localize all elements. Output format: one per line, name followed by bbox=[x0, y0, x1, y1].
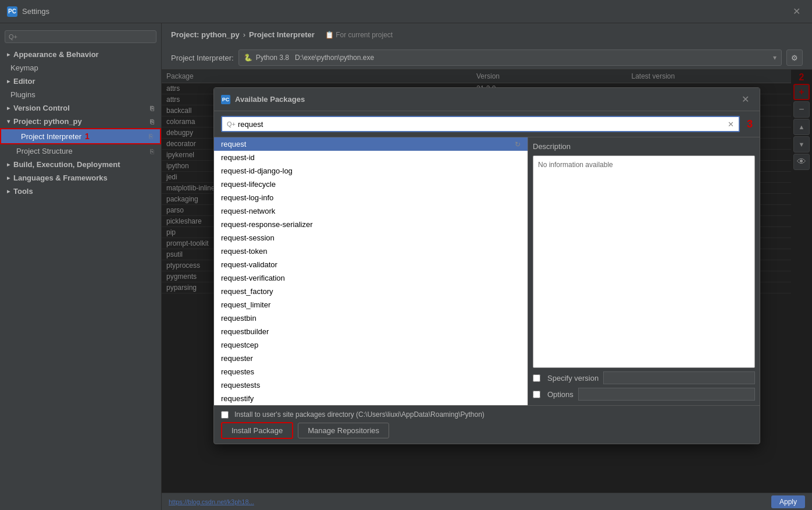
arrow-icon: ▸ bbox=[7, 161, 10, 168]
options-row: Options bbox=[533, 388, 755, 401]
pkg-name: request_factory bbox=[221, 287, 273, 296]
package-list: request↻request-idrequest-id-django-logr… bbox=[214, 137, 528, 405]
sidebar: Q+ ▸ Appearance & Behavior Keymap ▸ Edit… bbox=[0, 23, 162, 510]
description-box: No information available bbox=[533, 155, 755, 368]
package-list-item[interactable]: request-validator bbox=[214, 258, 528, 271]
sidebar-search-box[interactable]: Q+ bbox=[5, 30, 156, 43]
manage-repositories-button[interactable]: Manage Repositories bbox=[298, 423, 389, 438]
sidebar-item-project[interactable]: ▾ Project: python_py ⎘ bbox=[0, 115, 161, 128]
sidebar-item-label: Keymap bbox=[10, 63, 38, 72]
arrow-icon: ▸ bbox=[7, 51, 10, 58]
package-list-item[interactable]: requester bbox=[214, 352, 528, 365]
sidebar-item-label: Project: python_py bbox=[13, 117, 82, 126]
pkg-name: requestbuilder bbox=[221, 327, 269, 336]
install-path-checkbox[interactable] bbox=[221, 411, 229, 419]
interpreter-label: Project Interpreter: bbox=[171, 54, 234, 62]
note-icon: 📋 bbox=[325, 31, 334, 39]
breadcrumb: Project: python_py › Project Interpreter… bbox=[162, 23, 812, 46]
copy-icon: ⎘ bbox=[150, 105, 154, 112]
package-list-item[interactable]: request-response-serializer bbox=[214, 218, 528, 231]
package-list-item[interactable]: requestcep bbox=[214, 338, 528, 352]
pkg-name: request-token bbox=[221, 247, 268, 256]
package-list-item[interactable]: request_factory bbox=[214, 285, 528, 298]
pkg-name: requestes bbox=[221, 367, 254, 376]
annotation-3: 3 bbox=[747, 118, 753, 130]
package-list-item[interactable]: request-id-django-log bbox=[214, 164, 528, 178]
breadcrumb-page: Project Interpreter bbox=[249, 30, 315, 39]
python-icon: 🐍 bbox=[244, 54, 252, 62]
package-list-item[interactable]: request-lifecycle bbox=[214, 178, 528, 191]
specify-version-row: Specify version bbox=[533, 371, 755, 384]
options-checkbox[interactable] bbox=[533, 391, 540, 398]
specify-version-checkbox[interactable] bbox=[533, 374, 540, 382]
pkg-name: request-session bbox=[221, 233, 275, 242]
gear-button[interactable]: ⚙ bbox=[786, 49, 803, 66]
dropdown-arrow-icon: ▾ bbox=[773, 54, 777, 62]
package-list-item[interactable]: requestests bbox=[214, 378, 528, 392]
annotation-1: 1 bbox=[85, 132, 90, 141]
sidebar-item-tools[interactable]: ▸ Tools bbox=[0, 185, 161, 198]
package-list-item[interactable]: request-verification bbox=[214, 271, 528, 285]
clear-search-button[interactable]: ✕ bbox=[728, 120, 734, 129]
arrow-icon: ▸ bbox=[7, 188, 10, 194]
sidebar-item-plugins[interactable]: Plugins bbox=[0, 88, 161, 101]
install-package-button[interactable]: Install Package bbox=[221, 422, 293, 439]
sidebar-search-input[interactable] bbox=[20, 33, 152, 41]
package-list-item[interactable]: requestify bbox=[214, 392, 528, 405]
sidebar-item-build[interactable]: ▸ Build, Execution, Deployment bbox=[0, 158, 161, 171]
modal-search-row: Q+ ✕ 3 bbox=[214, 111, 760, 137]
package-list-item[interactable]: request-network bbox=[214, 204, 528, 218]
package-area: Package Version Latest version attrs21.2… bbox=[162, 70, 812, 493]
sidebar-item-keymap[interactable]: Keymap bbox=[0, 61, 161, 75]
package-list-item[interactable]: requestbuilder bbox=[214, 325, 528, 338]
modal-search-box[interactable]: Q+ ✕ bbox=[221, 116, 740, 132]
sidebar-item-languages[interactable]: ▸ Languages & Frameworks bbox=[0, 171, 161, 185]
modal-close-button[interactable]: ✕ bbox=[738, 93, 753, 106]
package-list-item[interactable]: request-session bbox=[214, 231, 528, 245]
package-list-item[interactable]: request-id bbox=[214, 151, 528, 164]
sidebar-item-label: Plugins bbox=[10, 90, 35, 99]
pkg-name: requester bbox=[221, 354, 253, 363]
arrow-icon: ▸ bbox=[7, 175, 10, 181]
options-label: Options bbox=[547, 390, 574, 399]
arrow-icon: ▾ bbox=[7, 118, 10, 125]
package-list-item[interactable]: request-log-info bbox=[214, 191, 528, 204]
breadcrumb-sep: › bbox=[243, 30, 245, 39]
pkg-name: requestbin bbox=[221, 314, 257, 323]
app-icon: PC bbox=[7, 6, 17, 17]
arrow-icon: ▸ bbox=[7, 78, 10, 84]
pkg-name: request bbox=[221, 140, 246, 148]
modal-app-icon: PC bbox=[221, 95, 230, 104]
package-list-item[interactable]: requestes bbox=[214, 365, 528, 378]
title-bar: PC Settings ✕ bbox=[0, 0, 812, 23]
pkg-name: request-verification bbox=[221, 274, 285, 282]
apply-button[interactable]: Apply bbox=[771, 495, 805, 508]
sidebar-item-project-interpreter[interactable]: Project Interpreter 1 ⎘ bbox=[0, 128, 161, 144]
sidebar-item-label: Version Control bbox=[13, 104, 70, 112]
available-packages-modal: PC Available Packages ✕ Q+ ✕ 3 bbox=[213, 87, 760, 444]
pkg-name: requestify bbox=[221, 394, 254, 403]
specify-version-input[interactable] bbox=[603, 371, 755, 384]
install-path-row: Install to user's site packages director… bbox=[221, 410, 753, 419]
sidebar-item-label: Appearance & Behavior bbox=[13, 50, 99, 59]
package-search-input[interactable] bbox=[238, 120, 728, 129]
sidebar-item-version-control[interactable]: ▸ Version Control ⎘ bbox=[0, 101, 161, 115]
sidebar-item-label: Project Interpreter bbox=[21, 132, 81, 141]
options-input[interactable] bbox=[578, 388, 755, 401]
package-list-item[interactable]: request-token bbox=[214, 245, 528, 258]
pkg-name: request-network bbox=[221, 207, 275, 215]
description-panel: Description No information available Spe… bbox=[528, 137, 760, 405]
modal-footer: Install to user's site packages director… bbox=[214, 405, 760, 444]
sidebar-item-project-structure[interactable]: Project Structure ⎘ bbox=[0, 144, 161, 158]
sidebar-item-appearance[interactable]: ▸ Appearance & Behavior bbox=[0, 48, 161, 61]
package-list-item[interactable]: request_limiter bbox=[214, 298, 528, 311]
interpreter-select[interactable]: 🐍 Python 3.8 D:\exe\python\python.exe ▾ bbox=[238, 49, 782, 66]
sidebar-item-editor[interactable]: ▸ Editor bbox=[0, 75, 161, 88]
install-path-label: Install to user's site packages director… bbox=[234, 410, 485, 419]
package-list-item[interactable]: request↻ bbox=[214, 137, 528, 151]
pkg-name: request-lifecycle bbox=[221, 180, 276, 189]
package-list-panel: request↻request-idrequest-id-django-logr… bbox=[214, 137, 528, 405]
close-button[interactable]: ✕ bbox=[788, 3, 805, 19]
package-list-item[interactable]: requestbin bbox=[214, 311, 528, 325]
pkg-name: request-log-info bbox=[221, 193, 273, 202]
